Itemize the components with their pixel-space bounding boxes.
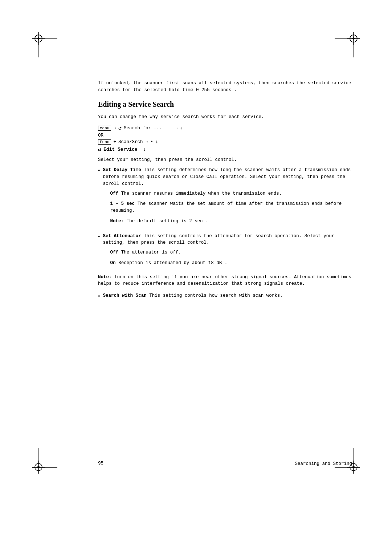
bullet-dot-inline: • xyxy=(150,139,153,145)
edit-service-text: Edit Service xyxy=(103,147,138,152)
bullet-content-2: Set Attenuator This setting controls the… xyxy=(103,233,352,270)
sub-items-1: Off The scanner resumes immediately when… xyxy=(110,190,352,225)
hline-bl xyxy=(32,467,57,468)
menu-arrow2: → xyxy=(175,126,178,131)
bullet-dot-1: • xyxy=(98,167,100,175)
content-area: If unlocked, the scanner first scans all… xyxy=(98,80,352,437)
or-line: OR xyxy=(98,133,352,138)
sub-atten-off-title: Off xyxy=(110,250,119,255)
sub-item-atten-off: Off The attenuator is off. xyxy=(110,249,352,256)
note-2: Note: Turn on this setting if you are ne… xyxy=(98,274,352,288)
note-1: Note: The default setting is 2 sec . xyxy=(110,218,352,225)
sub-items-2: Off The attenuator is off. On Reception … xyxy=(110,249,352,267)
scan-srch-text: Scan/Srch → xyxy=(118,139,148,145)
edit-service-line: ↺ Edit Service ↓ xyxy=(98,146,352,153)
bullet-dot-2: • xyxy=(98,233,100,241)
hline-tl xyxy=(32,38,57,38)
sub-off-title: Off xyxy=(110,191,119,196)
menu-line-1: Menu → ↺ Search for ... → ↓ xyxy=(98,125,352,131)
bullet-item-3: • Search with Scan This setting controls… xyxy=(98,292,352,300)
menu-line-2: Func + Scan/Srch → • ↓ xyxy=(98,139,352,145)
intro-text: If unlocked, the scanner first scans all… xyxy=(98,80,352,94)
edit-service-arrow: ↓ xyxy=(143,147,146,152)
reg-mark-tl xyxy=(32,32,45,45)
bullet-content-1: Set Delay Time This setting determines h… xyxy=(103,167,352,229)
bullet-title-3: Search with Scan xyxy=(103,293,147,298)
footer-title: Searching and Storing xyxy=(295,461,352,466)
edit-service-icon: ↺ xyxy=(98,146,101,153)
sub-atten-off-text: The attenuator is off. xyxy=(121,250,181,255)
menu-search-text: Search for ... xyxy=(124,126,162,131)
sub-1-5sec-text: The scanner waits the set amount of time… xyxy=(110,201,342,213)
page: If unlocked, the scanner first scans all… xyxy=(0,0,392,539)
bullet-title-2: Set Attenuator xyxy=(103,234,141,239)
sub-item-atten-on: On Reception is attenuated by about 18 d… xyxy=(110,260,352,267)
note-text-2: Turn on this setting if you are near oth… xyxy=(98,275,351,287)
menu-key: Menu xyxy=(98,126,111,131)
vline-tl xyxy=(38,32,38,57)
menu-line2-arrow: ↓ xyxy=(155,139,158,145)
sub-1-5sec-title: 1 - 5 sec xyxy=(110,201,135,206)
bullet-item-2: • Set Attenuator This setting controls t… xyxy=(98,233,352,270)
section-heading: Editing a Service Search xyxy=(98,100,352,109)
page-number: 95 xyxy=(98,461,103,466)
footer-left: 95 xyxy=(98,461,103,466)
footer: 95 Searching and Storing xyxy=(0,461,392,466)
note-label-2: Note: xyxy=(98,275,112,280)
sub-atten-on-title: On xyxy=(110,260,116,266)
sub-atten-on-text: Reception is attenuated by about 18 dB . xyxy=(118,260,227,266)
bullet-text-3: This setting controls how search with sc… xyxy=(149,293,283,298)
menu-icon1: ↺ xyxy=(118,125,122,131)
hline-br xyxy=(335,467,360,468)
select-prompt: Select your setting, then press the scro… xyxy=(98,157,352,162)
menu-arrow3: ↓ xyxy=(180,126,183,131)
vline-tr xyxy=(354,32,354,57)
note-label-1: Note: xyxy=(110,219,124,224)
bullet-item-1: • Set Delay Time This setting determines… xyxy=(98,167,352,229)
bullet-dot-3: • xyxy=(98,292,100,300)
note-text-1: The default setting is 2 sec . xyxy=(127,219,208,224)
plus-sign: + xyxy=(113,139,116,145)
func-key: Func xyxy=(98,139,111,145)
hline-tr xyxy=(335,38,360,38)
sub-off-text: The scanner resumes immediately when the… xyxy=(121,191,282,196)
sub-item-1-5sec: 1 - 5 sec The scanner waits the set amou… xyxy=(110,200,352,214)
section-intro: You can change the way service search wo… xyxy=(98,114,352,121)
bullet-title-1: Set Delay Time xyxy=(103,167,141,173)
menu-arrow1: → xyxy=(113,126,116,131)
sub-item-off: Off The scanner resumes immediately when… xyxy=(110,190,352,197)
footer-right: Searching and Storing xyxy=(295,461,352,466)
bullet-content-3: Search with Scan This setting controls h… xyxy=(103,292,352,299)
